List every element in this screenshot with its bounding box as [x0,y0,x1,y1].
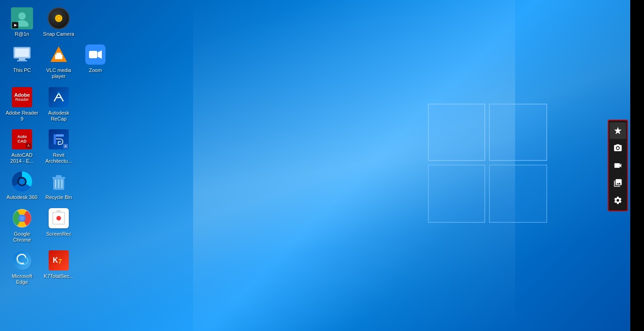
desktop: ▶ R@1n Snap Camera [0,0,644,331]
icon-label-vlc: VLC media player [42,67,75,79]
desktop-icon-revit[interactable]: A Revit Architectu... [40,125,77,166]
icon-label-this-pc: This PC [13,67,31,73]
desktop-icon-screenrec[interactable]: ScreenRec [40,204,77,245]
toolbar-settings-button[interactable] [610,192,626,209]
icon-label-autodesk360: Autodesk 360 [6,194,37,200]
icon-label-revit: Revit Architectu... [42,152,75,164]
svg-rect-14 [89,51,97,58]
windows-logo [428,104,547,227]
svg-text:K: K [53,256,58,264]
svg-rect-12 [56,53,61,55]
svg-point-32 [617,147,619,149]
desktop-icon-adobe-reader[interactable]: Adobe Reader Adobe Reader 9 [4,83,40,124]
desktop-icon-autodesk360[interactable]: Autodesk 360 [4,167,40,202]
desktop-icon-snap-camera[interactable]: Snap Camera [40,4,77,39]
icon-label-snap-camera: Snap Camera [43,31,74,37]
svg-rect-6 [15,49,29,57]
toolbar-pin-button[interactable] [610,122,626,139]
screenrec-toolbar [608,120,628,211]
svg-point-4 [57,17,60,20]
desktop-icon-recycle-bin[interactable]: Recycle Bin [40,167,77,202]
desktop-icon-user[interactable]: ▶ R@1n [4,4,40,39]
svg-point-0 [18,12,26,20]
icon-label-autocad: AutoCAD 2014 - E... [6,152,39,164]
toolbar-record-button[interactable] [610,157,626,174]
icon-label-user: R@1n [15,31,29,37]
desktop-icon-microsoft-edge[interactable]: Microsoft Edge [4,246,40,287]
icon-label-screenrec: ScreenRec [46,231,71,237]
icon-label-microsoft-edge: Microsoft Edge [6,273,39,285]
toolbar-screenshot-button[interactable] [610,140,626,156]
icon-label-zoom: Zoom [89,67,102,73]
icon-label-autodesk-recap: Autodesk ReCap [42,110,75,122]
desktop-icon-this-pc[interactable]: This PC [4,40,40,81]
svg-point-16 [58,92,60,94]
icon-label-adobe-reader: Adobe Reader 9 [6,110,39,122]
svg-rect-7 [19,58,25,60]
icon-label-recycle-bin: Recycle Bin [45,194,72,200]
svg-point-13 [58,59,60,61]
desktop-icon-autodesk-recap[interactable]: Autodesk ReCap [40,83,77,124]
svg-text:7: 7 [58,258,62,265]
icon-label-k7: K7TotalSec... [44,273,74,279]
desktop-icon-autocad[interactable]: Auto CAD A AutoCAD 2014 - E... [4,125,40,166]
svg-rect-8 [17,60,27,61]
svg-rect-18 [54,134,56,144]
svg-rect-21 [56,175,61,177]
icon-label-google-chrome: Google Chrome [6,231,39,243]
svg-point-28 [20,216,24,221]
desktop-icon-vlc[interactable]: VLC media player [40,40,77,81]
right-edge [630,0,644,331]
desktop-icon-k7[interactable]: K 7 K7TotalSec... [40,246,77,287]
desktop-icon-google-chrome[interactable]: Google Chrome [4,204,40,245]
desktop-icon-zoom[interactable]: Zoom [77,40,114,81]
svg-marker-15 [98,50,102,59]
toolbar-gallery-button[interactable] [610,175,626,191]
